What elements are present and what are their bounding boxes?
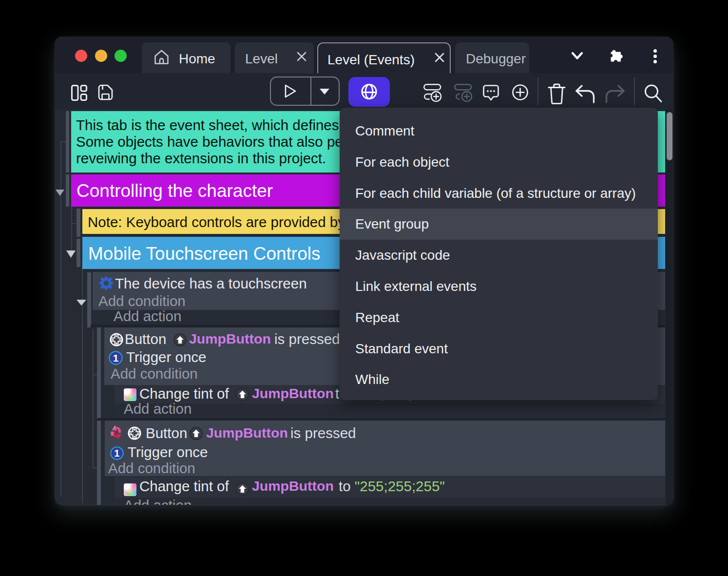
svg-text:1: 1	[113, 352, 119, 364]
svg-text:1: 1	[114, 448, 119, 459]
